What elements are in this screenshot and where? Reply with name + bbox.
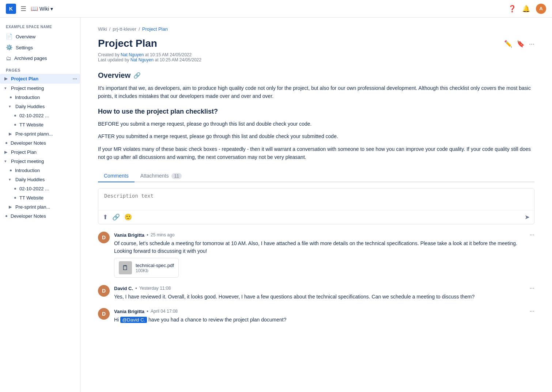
page-item-project-meeting-2[interactable]: ▾ Project meeting xyxy=(0,157,80,166)
overview-text: It's important that we, as developers, a… xyxy=(98,84,534,100)
breadcrumb-project[interactable]: prj-tt-klever xyxy=(113,26,136,32)
tabs: Comments Attachments 11 xyxy=(98,170,534,182)
breadcrumb-wiki: Wiki xyxy=(98,26,107,32)
sidebar: EXAMPLE SPACE NAME 📄 Overview ⚙️ Setting… xyxy=(0,18,80,392)
comment-2: D David C. • Yesterday 11:08 ··· Yes, I … xyxy=(98,285,534,301)
page-item-project-plan-2[interactable]: ▶ Project Plan xyxy=(0,148,80,157)
page-item-introduction-1[interactable]: Introduction xyxy=(0,93,80,102)
comment-2-avatar: D xyxy=(98,285,110,297)
comment-3-more-icon[interactable]: ··· xyxy=(530,308,534,315)
page-label: Project meeting xyxy=(11,85,44,91)
chevron-right-icon: ▶ xyxy=(4,150,10,155)
sidebar-item-overview[interactable]: 📄 Overview xyxy=(0,31,80,42)
comment-textarea[interactable] xyxy=(98,189,534,209)
page-label: 02-10-2022 ... xyxy=(19,186,49,191)
dot-icon xyxy=(14,197,16,199)
sidebar-item-archived-label: Archived pages xyxy=(14,56,47,61)
comment-1: D Vania Brigitta • 25 mins ago ··· Of co… xyxy=(98,232,534,278)
chevron-right-icon: ▶ xyxy=(4,76,10,81)
created-by-label: Created by xyxy=(98,52,120,57)
page-item-0210-1[interactable]: 02-10-2022 ... xyxy=(0,111,80,120)
upload-icon[interactable]: ⬆ xyxy=(103,213,108,221)
checklist-p3: If your MR violates many of these basic … xyxy=(98,145,534,161)
dot-icon xyxy=(5,142,7,144)
tab-attachments[interactable]: Attachments 11 xyxy=(135,170,188,182)
archive-icon: 🗂 xyxy=(6,55,11,61)
chevron-down-icon: ▾ xyxy=(9,104,14,109)
help-icon[interactable]: ❓ xyxy=(508,5,516,13)
sidebar-item-overview-label: Overview xyxy=(16,34,35,39)
page-title: Project Plan xyxy=(98,38,504,49)
edit-icon[interactable]: ✏️ xyxy=(504,40,512,48)
page-label: Introduction xyxy=(15,168,40,173)
space-name: EXAMPLE SPACE NAME xyxy=(0,22,80,31)
send-icon[interactable]: ➤ xyxy=(525,213,530,221)
page-label: Developer Notes xyxy=(11,213,46,219)
comment-1-more-icon[interactable]: ··· xyxy=(530,232,534,238)
page-item-tt-website-1[interactable]: TT Website xyxy=(0,120,80,129)
page-item-0210-2[interactable]: 02-10-2022 ... xyxy=(0,184,80,193)
dot-icon xyxy=(14,188,16,190)
hamburger-icon[interactable]: ☰ xyxy=(20,5,26,13)
page-item-project-meeting-1[interactable]: ▾ Project meeting xyxy=(0,84,80,93)
page-item-tt-website-2[interactable]: TT Website xyxy=(0,193,80,202)
breadcrumb-sep-2: / xyxy=(139,26,140,32)
attachment-thumb-icon: 🗒 xyxy=(119,261,132,274)
comment-1-attachment[interactable]: 🗒 technical-spec.pdf 100Kb xyxy=(114,258,179,278)
comment-2-header: David C. • Yesterday 11:08 ··· xyxy=(114,285,534,292)
page-item-pre-sprint-2[interactable]: ▶ Pre-sprint plan... xyxy=(0,202,80,212)
updated-at: at 10:25 AM 24/05/2022 xyxy=(155,57,201,62)
user-avatar[interactable]: A xyxy=(536,4,546,14)
page-item-pre-sprint-1[interactable]: ▶ Pre-sprint plann... xyxy=(0,129,80,138)
checklist-heading: How to use the project plan checklist? xyxy=(98,108,534,115)
created-author-link[interactable]: Nat Nguyen xyxy=(121,52,144,57)
overview-heading-text: Overview xyxy=(98,71,131,80)
top-nav: K ☰ 📖 Wiki ▾ ❓ 🔔 A xyxy=(0,0,552,18)
page-label: Project meeting xyxy=(11,159,44,164)
dot-icon xyxy=(14,115,16,117)
page-item-introduction-2[interactable]: Introduction xyxy=(0,166,80,175)
checklist-p2: AFTER you submitted a merge request, ple… xyxy=(98,132,534,140)
tab-comments[interactable]: Comments xyxy=(98,170,135,182)
comment-3-author: Vania Brigitta xyxy=(114,309,144,314)
chevron-down-icon: ▾ xyxy=(4,86,10,91)
page-item-daily-huddles-2[interactable]: ▾ Daily Huddles xyxy=(0,175,80,184)
updated-author-link[interactable]: Nat Nguyen xyxy=(131,57,154,62)
notification-icon[interactable]: 🔔 xyxy=(522,5,530,13)
bookmark-icon[interactable]: 🔖 xyxy=(517,40,525,48)
attachments-badge: 11 xyxy=(171,173,181,179)
sidebar-item-settings[interactable]: ⚙️ Settings xyxy=(0,42,80,53)
link-toolbar-icon[interactable]: 🔗 xyxy=(112,213,120,221)
created-at: at 10:15 AM 24/05/2022 xyxy=(145,52,192,57)
wiki-nav[interactable]: 📖 Wiki ▾ xyxy=(31,5,53,12)
page-meta: Created by Nat Nguyen at 10:15 AM 24/05/… xyxy=(98,52,534,62)
page-item-dev-notes-2[interactable]: Developer Notes xyxy=(0,212,80,221)
page-label: Daily Huddles xyxy=(15,104,45,109)
checklist-p1: BEFORE you submit a merge request, pleas… xyxy=(98,120,534,128)
emoji-icon[interactable]: 🙂 xyxy=(124,213,132,221)
breadcrumb: Wiki / prj-tt-klever / Project Plan xyxy=(98,26,534,32)
wiki-book-icon: 📖 xyxy=(31,5,38,12)
overview-icon: 📄 xyxy=(6,33,13,40)
more-options-icon[interactable]: ··· xyxy=(529,40,534,48)
link-icon[interactable]: 🔗 xyxy=(133,72,141,79)
breadcrumb-page[interactable]: Project Plan xyxy=(142,26,168,32)
chevron-down-icon: ▾ xyxy=(4,159,10,164)
breadcrumb-sep-1: / xyxy=(109,26,111,32)
overview-heading: Overview 🔗 xyxy=(98,71,534,80)
attachment-name: technical-spec.pdf xyxy=(136,263,174,268)
mention-david: @David C. xyxy=(120,317,147,323)
page-item-daily-huddles-1[interactable]: ▾ Daily Huddles xyxy=(0,102,80,111)
sidebar-item-archived[interactable]: 🗂 Archived pages xyxy=(0,53,80,64)
page-label: Pre-sprint plann... xyxy=(15,131,53,137)
comment-2-more-icon[interactable]: ··· xyxy=(530,285,534,292)
comment-1-sep: • xyxy=(147,232,148,238)
app-logo[interactable]: K xyxy=(6,4,16,14)
page-label: TT Website xyxy=(19,195,44,201)
dot-icon xyxy=(10,96,12,98)
comment-2-time: Yesterday 11:08 xyxy=(139,286,171,291)
page-item-project-plan-1[interactable]: ▶ Project Plan ··· xyxy=(0,74,80,84)
comment-1-text: Of course, let's schedule a meeting for … xyxy=(114,240,534,255)
more-icon[interactable]: ··· xyxy=(72,76,77,82)
page-item-dev-notes-1[interactable]: Developer Notes xyxy=(0,138,80,148)
